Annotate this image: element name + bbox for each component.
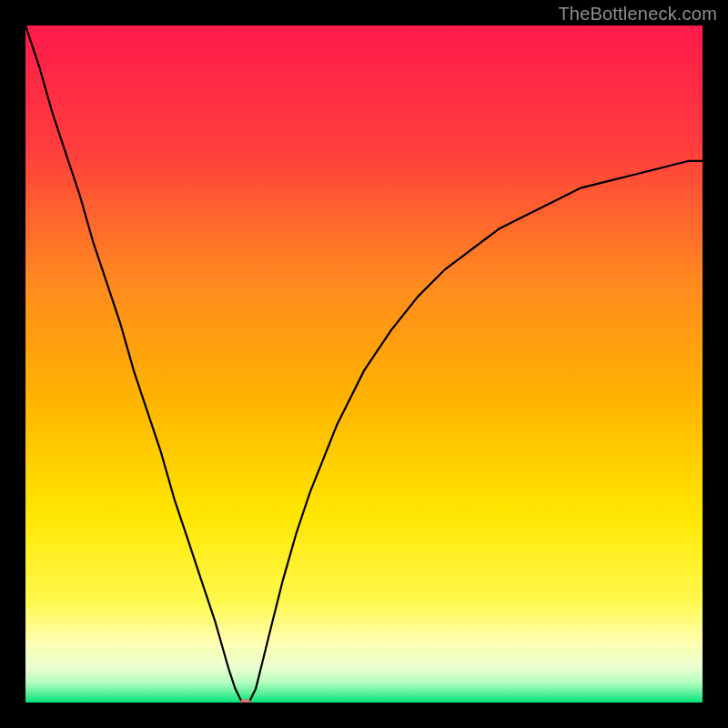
bottleneck-plot [25, 25, 703, 703]
plot-background [25, 25, 703, 703]
watermark-text: TheBottleneck.com [558, 4, 717, 25]
chart-frame: TheBottleneck.com [0, 0, 728, 728]
